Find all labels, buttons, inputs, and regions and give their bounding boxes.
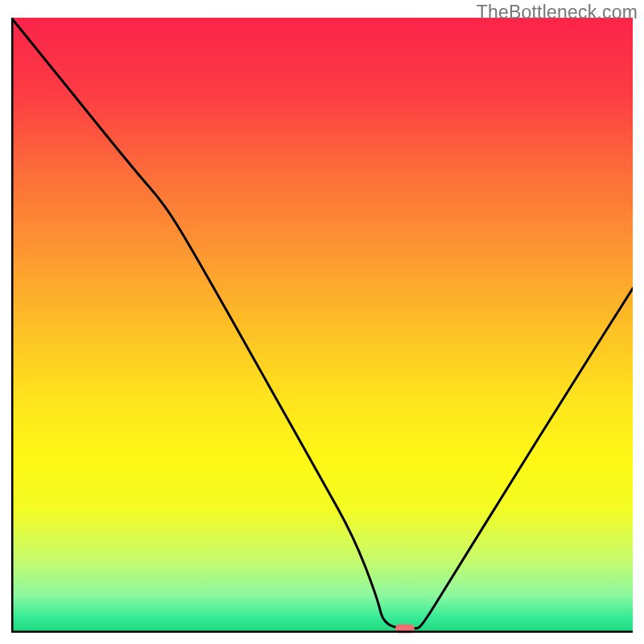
chart-canvas: TheBottleneck.com [0, 0, 644, 644]
bottleneck-marker [395, 625, 415, 634]
bottleneck-curve [11, 18, 633, 633]
watermark-text: TheBottleneck.com [477, 2, 638, 23]
